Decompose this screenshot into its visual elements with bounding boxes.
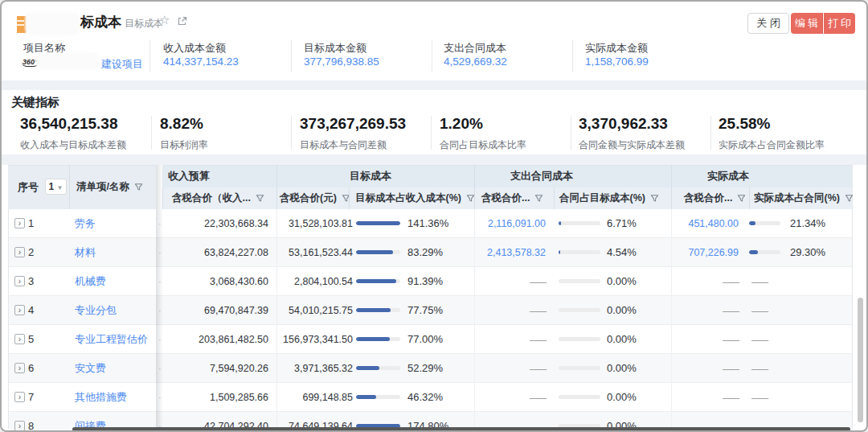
- project-name-link[interactable]: 建设项目: [101, 57, 143, 72]
- table-row[interactable]: › 6 安文费 · 7,594,920.26 3,971,365.32 52.2…: [8, 354, 852, 383]
- table-row[interactable]: › 5 专业工程暂估价 · 203,861,482.50 156,973,341…: [8, 325, 852, 354]
- edit-button[interactable]: 编辑: [791, 13, 823, 34]
- filter-icon: [534, 194, 543, 203]
- col-header-contract-pct[interactable]: 合同占目标成本(%): [559, 187, 659, 209]
- income-cell: 63,824,227.08: [162, 238, 268, 267]
- table-row[interactable]: › 3 机械费 · 3,068,430.60 2,804,100.54 91.3…: [8, 267, 852, 296]
- floating-toolbar: [2, 10, 17, 51]
- close-button[interactable]: 关闭: [747, 13, 789, 34]
- actual-cell[interactable]: ——: [669, 325, 739, 354]
- kpi-label: 合同占目标成本比率: [440, 138, 526, 152]
- group-header-contract-cost: 支出合同成本: [510, 165, 573, 187]
- actual-pct-empty: ——: [751, 296, 768, 325]
- title-tag: 目标成本: [125, 17, 163, 31]
- section-divider: [2, 80, 866, 90]
- row-name-link[interactable]: 其他措施费: [75, 383, 127, 412]
- contract-cell[interactable]: ——: [476, 325, 546, 354]
- contract-cell[interactable]: 2,413,578.32: [476, 238, 546, 267]
- row-expand-icon[interactable]: ›: [14, 247, 25, 257]
- truncated-column-dot: ·: [158, 354, 162, 383]
- vertical-scrollbar-thumb[interactable]: [858, 298, 863, 422]
- row-seq: 1: [28, 209, 34, 238]
- contract-cell[interactable]: 2,116,091.00: [476, 209, 546, 238]
- contract-cell[interactable]: ——: [476, 267, 546, 296]
- target-cell: 53,161,523.44: [275, 238, 353, 267]
- actual-cell[interactable]: ——: [669, 267, 739, 296]
- actual-cell[interactable]: ——: [669, 354, 739, 383]
- actual-cell[interactable]: 451,480.00: [669, 209, 739, 238]
- stat-value: 414,337,154.23: [163, 56, 239, 68]
- target-cell: 699,148.85: [275, 383, 353, 412]
- kpi-value: 8.82%: [160, 115, 203, 133]
- divider: [571, 116, 571, 150]
- kpi-value: 1.20%: [440, 115, 483, 133]
- table-row[interactable]: › 2 材料 · 63,824,227.08 53,161,523.44 83.…: [8, 238, 852, 267]
- actual-pct-empty: ——: [751, 267, 768, 296]
- name-header[interactable]: 清单项/名称: [76, 165, 143, 209]
- target-cell: 156,973,341.50: [275, 325, 353, 354]
- contract-cell[interactable]: ——: [476, 296, 546, 325]
- row-expand-icon[interactable]: ›: [14, 276, 25, 286]
- kpi-label: 目标利润率: [160, 138, 208, 152]
- divider: [431, 116, 432, 150]
- row-name-link[interactable]: 专业分包: [75, 296, 117, 325]
- truncated-column-dot: ·: [158, 238, 162, 267]
- actual-pct-empty: ——: [751, 383, 768, 412]
- stat-value: 1,158,706.99: [585, 56, 649, 68]
- star-icon[interactable]: ☆: [159, 13, 170, 27]
- actual-cell[interactable]: ——: [669, 383, 739, 412]
- table-row[interactable]: › 1 劳务 · 22,303,668.34 31,528,103.81 141…: [8, 209, 852, 238]
- row-name-link[interactable]: 专业工程暂估价: [75, 325, 148, 354]
- col-header-actual[interactable]: 含税合价...: [684, 187, 746, 209]
- divider: [151, 116, 152, 150]
- row-seq: 5: [28, 325, 34, 354]
- actual-pct-empty: ——: [751, 354, 768, 383]
- stat-label: 收入成本金额: [163, 41, 226, 56]
- print-button[interactable]: 打印: [824, 13, 855, 34]
- row-seq: 8: [28, 412, 34, 432]
- contract-cell[interactable]: ——: [476, 383, 546, 412]
- stat-label: 实际成本金额: [585, 41, 648, 56]
- actual-cell[interactable]: ——: [669, 296, 739, 325]
- col-header-actual-pct[interactable]: 实际成本占合同(%): [754, 187, 854, 209]
- stat-value: 377,796,938.85: [304, 56, 379, 68]
- actual-cell[interactable]: 707,226.99: [669, 238, 739, 267]
- col-header-target-pct[interactable]: 目标成本占收入成本(%): [355, 187, 475, 209]
- table-row[interactable]: › 7 其他措施费 · 1,509,285.66 699,148.85 46.3…: [8, 383, 852, 412]
- truncated-column-dot: ·: [158, 209, 162, 238]
- filter-icon: [134, 183, 143, 191]
- row-name-link[interactable]: 安文费: [75, 354, 106, 383]
- divider: [572, 40, 573, 72]
- row-seq: 4: [28, 296, 34, 325]
- row-expand-icon[interactable]: ›: [14, 218, 25, 228]
- col-header-income[interactable]: 含税合价（收入...: [172, 187, 264, 209]
- income-cell: 3,068,430.60: [162, 267, 268, 296]
- filter-icon: [256, 194, 264, 203]
- filter-icon: [845, 194, 854, 203]
- filter-icon: [737, 194, 746, 203]
- table-row[interactable]: › 4 专业分包 · 69,470,847.39 54,010,215.75 7…: [8, 296, 852, 325]
- actual-pct-empty: ——: [751, 325, 768, 354]
- group-header-income-budget: 收入预算: [168, 165, 210, 187]
- seq-level-selector[interactable]: 1 ▼: [45, 179, 67, 195]
- row-seq: 2: [28, 238, 34, 267]
- row-seq: 3: [28, 267, 34, 296]
- row-name-link[interactable]: 劳务: [75, 209, 96, 238]
- income-cell: 1,509,285.66: [162, 383, 268, 412]
- contract-cell[interactable]: ——: [476, 354, 546, 383]
- row-expand-icon[interactable]: ›: [14, 334, 25, 344]
- col-header-target[interactable]: 含税合价(元): [280, 187, 350, 209]
- external-link-icon[interactable]: [177, 15, 187, 30]
- kpi-label: 收入成本与目标成本差额: [20, 138, 126, 152]
- truncated-column-dot: ·: [158, 383, 162, 412]
- row-expand-icon[interactable]: ›: [14, 363, 25, 373]
- row-name-link[interactable]: 机械费: [75, 267, 106, 296]
- truncated-column-dot: ·: [158, 267, 162, 296]
- row-seq: 6: [28, 354, 34, 383]
- row-expand-icon[interactable]: ›: [14, 392, 25, 402]
- horizontal-scrollbar-thumb[interactable]: [72, 427, 850, 431]
- row-expand-icon[interactable]: ›: [14, 421, 25, 431]
- row-name-link[interactable]: 材料: [75, 238, 96, 267]
- col-header-contract[interactable]: 含税合价...: [481, 187, 543, 209]
- row-expand-icon[interactable]: ›: [14, 305, 25, 315]
